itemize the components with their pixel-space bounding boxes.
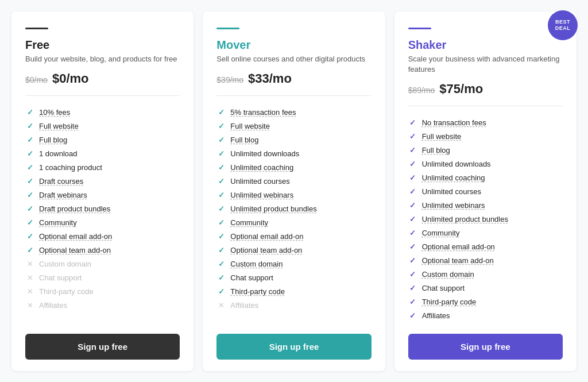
feature-item: ✓Full website [216,119,371,133]
checkmark: ✓ [409,187,416,196]
plan-top-bar [25,28,48,29]
best-deal-badge: BESTDEAL [548,10,578,40]
feature-label: Custom domain [39,260,91,268]
check-inactive-icon: ✕ [25,259,34,268]
feature-label: Unlimited courses [230,177,289,186]
price-row: $0/mo$0/mo [25,71,180,86]
feature-item: ✓Custom domain [408,267,563,281]
checkmark: ✓ [27,246,33,254]
check-active-icon: ✓ [216,231,226,241]
checkmark: ✓ [218,232,225,241]
feature-label: Optional team add-on [422,256,494,265]
cross-mark: ✕ [27,260,33,268]
check-active-icon: ✓ [408,228,417,237]
checkmark: ✓ [27,232,33,241]
checkmark: ✓ [27,136,33,144]
plan-top-bar [408,28,431,29]
feature-label: Unlimited webinars [422,201,485,210]
section-divider [25,95,180,96]
feature-item: ✓No transaction fees [408,115,563,129]
checkmark: ✓ [409,215,416,223]
feature-label: Chat support [230,273,273,282]
feature-item: ✓10% fees [25,105,180,119]
feature-item: ✓Unlimited coaching [408,171,563,184]
signup-button-free[interactable]: Sign up free [25,334,180,360]
checkmark: ✓ [27,149,33,158]
check-active-icon: ✓ [25,163,34,172]
feature-label: Unlimited product bundles [422,215,508,223]
feature-item: ✓Full blog [408,143,563,157]
check-active-icon: ✓ [408,214,417,223]
feature-label: Unlimited coaching [230,163,293,172]
cross-mark: ✕ [27,301,33,310]
feature-label: Full website [422,132,462,141]
check-active-icon: ✓ [216,190,226,199]
check-active-icon: ✓ [25,135,34,144]
feature-item: ✓Affiliates [408,308,563,322]
feature-item: ✕Third-party code [25,284,180,298]
feature-item: ✓Optional team add-on [408,253,563,267]
feature-label: Custom domain [230,260,283,268]
check-active-icon: ✓ [408,297,417,306]
current-price: $75/mo [439,82,483,97]
check-active-icon: ✓ [25,231,34,241]
checkmark: ✓ [409,270,416,279]
feature-item: ✓Optional email add-on [408,240,563,253]
plan-description: Build your website, blog, and products f… [25,54,180,64]
check-active-icon: ✓ [25,190,34,199]
checkmark: ✓ [27,163,33,172]
feature-item: ✕Chat support [25,271,180,284]
section-divider [216,95,371,96]
feature-item: ✓Unlimited product bundles [216,202,371,215]
check-active-icon: ✓ [216,107,226,117]
feature-label: No transaction fees [422,118,486,127]
checkmark: ✓ [409,284,416,292]
checkmark: ✓ [218,122,225,130]
cross-mark: ✕ [27,287,33,296]
feature-label: Optional email add-on [39,232,112,241]
feature-item: ✓Unlimited courses [216,174,371,188]
feature-label: Affiliates [422,311,450,320]
feature-item: ✓Full blog [25,133,180,146]
feature-item: ✓Optional team add-on [25,243,180,257]
checkmark: ✓ [218,177,225,186]
check-active-icon: ✓ [408,187,417,196]
check-active-icon: ✓ [25,245,34,254]
check-active-icon: ✓ [216,135,226,144]
feature-item: ✓Full blog [216,133,371,146]
feature-label: Unlimited courses [422,187,481,196]
check-active-icon: ✓ [25,204,34,213]
checkmark: ✓ [409,160,416,168]
feature-label: Full blog [422,146,450,155]
feature-label: Custom domain [422,270,474,279]
feature-label: Unlimited webinars [230,191,293,199]
checkmark: ✓ [409,229,416,237]
feature-item: ✓Community [408,226,563,240]
feature-item: ✓Community [25,215,180,229]
checkmark: ✓ [218,149,225,158]
check-active-icon: ✓ [25,121,34,130]
feature-item: ✓Full website [25,119,180,133]
feature-item: ✕Affiliates [25,298,180,312]
feature-label: Community [39,218,77,227]
checkmark: ✓ [409,311,416,320]
features-list: ✓5% transaction fees✓Full website✓Full b… [216,105,371,322]
feature-item: ✓Unlimited webinars [408,198,563,212]
check-active-icon: ✓ [216,273,226,282]
checkmark: ✓ [409,256,416,265]
plan-name: Shaker [408,38,563,52]
feature-label: 5% transaction fees [230,108,296,117]
section-divider [408,106,563,106]
feature-item: ✓Optional email add-on [25,229,180,243]
check-active-icon: ✓ [408,283,417,292]
signup-button-mover[interactable]: Sign up free [216,334,371,360]
check-inactive-icon: ✕ [25,300,34,310]
signup-button-shaker[interactable]: Sign up free [408,334,563,360]
original-price: $89/mo [408,86,435,95]
feature-label: Unlimited downloads [422,160,491,168]
pricing-container: FreeBuild your website, blog, and produc… [11,11,577,371]
feature-label: Third-party code [39,287,94,296]
check-active-icon: ✓ [216,245,226,254]
checkmark: ✓ [218,108,225,117]
checkmark: ✓ [218,218,225,227]
